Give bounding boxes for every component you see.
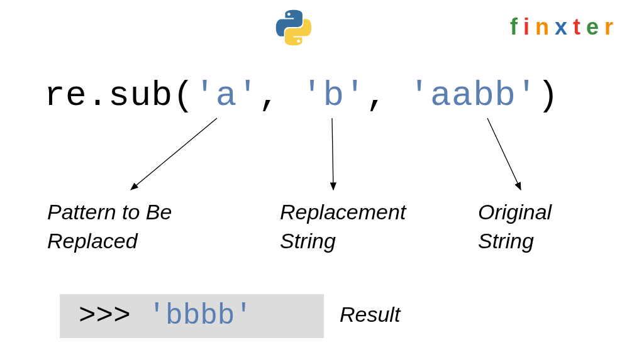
diagram-stage: finxter re.sub('a', 'b', 'aabb') Pattern… bbox=[0, 0, 644, 362]
code-arg-2: 'b' bbox=[301, 75, 365, 116]
label-result: Result bbox=[340, 300, 400, 329]
code-expression: re.sub('a', 'b', 'aabb') bbox=[44, 75, 559, 116]
svg-line-1 bbox=[332, 118, 333, 190]
brand-letter: e bbox=[586, 14, 604, 40]
brand-letter: i bbox=[523, 14, 535, 40]
python-logo-icon bbox=[275, 9, 313, 47]
code-close: ) bbox=[537, 75, 558, 116]
repl-prompt: >>> bbox=[79, 300, 131, 332]
label-replacement-line1: Replacement bbox=[280, 198, 406, 227]
label-pattern-line1: Pattern to Be bbox=[47, 198, 172, 227]
result-value: 'bbbb' bbox=[148, 300, 252, 332]
code-arg-1: 'a' bbox=[194, 75, 258, 116]
brand-letter: f bbox=[510, 14, 523, 40]
svg-line-0 bbox=[131, 118, 217, 190]
label-original-line1: Original bbox=[478, 198, 552, 227]
brand-letter: r bbox=[604, 14, 619, 40]
label-pattern: Pattern to Be Replaced bbox=[47, 198, 172, 256]
brand-letter: x bbox=[555, 14, 573, 40]
brand-letter: t bbox=[573, 14, 586, 40]
code-sep-2: , bbox=[366, 75, 409, 116]
label-original-line2: String bbox=[478, 227, 552, 256]
code-sep-1: , bbox=[258, 75, 301, 116]
svg-line-2 bbox=[487, 118, 521, 190]
label-original: Original String bbox=[478, 198, 552, 256]
label-replacement: Replacement String bbox=[280, 198, 406, 256]
brand-logo: finxter bbox=[510, 14, 619, 40]
code-func: re.sub( bbox=[44, 75, 194, 116]
brand-letter: n bbox=[535, 14, 555, 40]
label-pattern-line2: Replaced bbox=[47, 227, 172, 256]
label-replacement-line2: String bbox=[280, 227, 406, 256]
code-arg-3: 'aabb' bbox=[409, 75, 538, 116]
result-output: >>> 'bbbb' bbox=[60, 294, 324, 338]
